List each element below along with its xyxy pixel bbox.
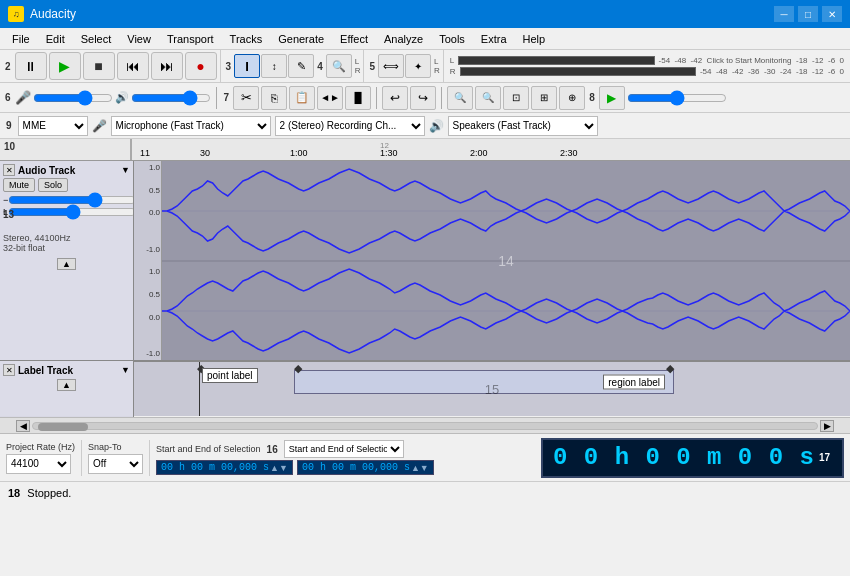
menu-file[interactable]: File xyxy=(4,31,38,47)
snap-to-select[interactable]: Off xyxy=(88,454,143,474)
menu-transport[interactable]: Transport xyxy=(159,31,222,47)
selection-end-spinner[interactable]: ▲▼ xyxy=(411,463,429,473)
label-track-display[interactable]: 15 point label ◆ region label ◆ ◆ xyxy=(134,361,850,416)
zoom-out-button[interactable]: 🔍 xyxy=(475,86,501,110)
skip-end-button[interactable]: ⏭ xyxy=(151,52,183,80)
audio-track-close[interactable]: ✕ xyxy=(3,164,15,176)
output-volume-slider[interactable] xyxy=(131,92,211,104)
audio-track-collapse[interactable]: ▲ xyxy=(57,258,76,270)
badge-7: 7 xyxy=(224,92,230,103)
ruler-100: 1:00 xyxy=(290,148,308,158)
menu-select[interactable]: Select xyxy=(73,31,120,47)
pan-slider[interactable] xyxy=(8,207,134,217)
selection-start-value: 00 h 00 m 00,000 s xyxy=(161,462,269,473)
speaker-select[interactable]: Speakers (Fast Track) xyxy=(448,116,598,136)
digital-clock-display: 0 0 h 0 0 m 0 0 s xyxy=(553,444,815,471)
host-select[interactable]: MME xyxy=(18,116,88,136)
minimize-button[interactable]: ─ xyxy=(774,6,794,22)
menu-edit[interactable]: Edit xyxy=(38,31,73,47)
playback-speed-slider[interactable] xyxy=(627,92,727,104)
tool-multi[interactable]: ✦ xyxy=(405,54,431,78)
selection-start-display[interactable]: 00 h 00 m 00,000 s ▲▼ xyxy=(156,460,293,475)
tool-zoom[interactable]: 🔍 xyxy=(326,54,352,78)
vu-r-label: R xyxy=(450,67,456,76)
menu-view[interactable]: View xyxy=(119,31,159,47)
tool-ibeam[interactable]: I xyxy=(234,54,260,78)
menu-extra[interactable]: Extra xyxy=(473,31,515,47)
redo-button[interactable]: ↪ xyxy=(410,86,436,110)
badge-2: 2 xyxy=(5,61,11,72)
record-button[interactable]: ● xyxy=(185,52,217,80)
skip-start-button[interactable]: ⏮ xyxy=(117,52,149,80)
y-axis-0.0-bot: 0.0 xyxy=(149,313,160,322)
input-volume-slider[interactable] xyxy=(33,92,113,104)
y-axis-0.0-top: 0.0 xyxy=(149,208,160,217)
tool-draw[interactable]: ✎ xyxy=(288,54,314,78)
menu-help[interactable]: Help xyxy=(515,31,554,47)
copy-button[interactable]: ⎘ xyxy=(261,86,287,110)
cursor-indicator xyxy=(130,139,132,160)
fit-track-button[interactable]: ⊞ xyxy=(531,86,557,110)
selection-section: Start and End of Selection 16 Start and … xyxy=(156,440,535,475)
stop-button[interactable]: ■ xyxy=(83,52,115,80)
badge-17: 17 xyxy=(819,452,830,463)
menu-tracks[interactable]: Tracks xyxy=(222,31,271,47)
play-button[interactable]: ▶ xyxy=(49,52,81,80)
label-track-collapse[interactable]: ▲ xyxy=(57,379,76,391)
label-track-close[interactable]: ✕ xyxy=(3,364,15,376)
tool-timeshift[interactable]: ⟺ xyxy=(378,54,404,78)
window-controls: ─ □ ✕ xyxy=(774,6,842,22)
vu-l-label: L xyxy=(450,56,454,65)
svg-rect-1 xyxy=(162,261,850,360)
badge-5: 5 xyxy=(369,61,375,72)
region-start-pin: ◆ xyxy=(294,362,302,386)
trim-button[interactable]: ◄► xyxy=(317,86,343,110)
point-label-text[interactable]: point label xyxy=(202,368,258,383)
menu-generate[interactable]: Generate xyxy=(270,31,332,47)
snap-to-label: Snap-To xyxy=(88,442,143,452)
tool-envelope[interactable]: ↕ xyxy=(261,54,287,78)
fit-project-button[interactable]: ⊡ xyxy=(503,86,529,110)
h-scrollbar[interactable]: ◀ ▶ xyxy=(0,417,850,433)
mute-button[interactable]: Mute xyxy=(3,178,35,192)
menu-analyze[interactable]: Analyze xyxy=(376,31,431,47)
menu-bar: File Edit Select View Transport Tracks G… xyxy=(0,28,850,50)
label-track-dropdown[interactable]: ▼ xyxy=(121,365,130,375)
play-at-speed-button[interactable]: ▶ xyxy=(599,86,625,110)
selection-end-display[interactable]: 00 h 00 m 00,000 s ▲▼ xyxy=(297,460,434,475)
snap-to-section: Snap-To Off xyxy=(88,442,143,474)
project-rate-select[interactable]: 44100 xyxy=(6,454,71,474)
paste-button[interactable]: 📋 xyxy=(289,86,315,110)
badge-16: 16 xyxy=(267,444,278,455)
cut-button[interactable]: ✂ xyxy=(233,86,259,110)
ruler-200: 2:00 xyxy=(470,148,488,158)
zoom-in-button[interactable]: 🔍 xyxy=(447,86,473,110)
pause-button[interactable]: ⏸ xyxy=(15,52,47,80)
selection-format-select[interactable]: Start and End of Selection xyxy=(284,440,404,458)
scroll-left-button[interactable]: ◀ xyxy=(16,420,30,432)
y-axis-0.5-top: 0.5 xyxy=(149,186,160,195)
y-axis-1.0-top: 1.0 xyxy=(149,163,160,172)
undo-button[interactable]: ↩ xyxy=(382,86,408,110)
scroll-right-button[interactable]: ▶ xyxy=(820,420,834,432)
badge-10: 10 xyxy=(4,141,15,152)
region-label-text[interactable]: region label xyxy=(603,375,665,390)
scroll-thumb[interactable] xyxy=(38,423,88,431)
microphone-select[interactable]: Microphone (Fast Track) xyxy=(111,116,271,136)
point-label-marker: point label ◆ xyxy=(194,362,200,416)
zoom-toggle-button[interactable]: ⊕ xyxy=(559,86,585,110)
silence-button[interactable]: ▐▌ xyxy=(345,86,371,110)
audio-track-dropdown[interactable]: ▼ xyxy=(121,165,130,175)
menu-effect[interactable]: Effect xyxy=(332,31,376,47)
close-button[interactable]: ✕ xyxy=(822,6,842,22)
bottom-bar: Project Rate (Hz) 44100 Snap-To Off Star… xyxy=(0,433,850,481)
maximize-button[interactable]: □ xyxy=(798,6,818,22)
y-axis--1.0-top: -1.0 xyxy=(146,245,160,254)
timeline-ruler[interactable]: 10 11 30 1:00 1:30 2:00 2:30 12 xyxy=(0,139,850,161)
channels-select[interactable]: 2 (Stereo) Recording Ch... xyxy=(275,116,425,136)
menu-tools[interactable]: Tools xyxy=(431,31,473,47)
solo-button[interactable]: Solo xyxy=(38,178,68,192)
waveform-display[interactable]: 14 xyxy=(162,161,850,360)
selection-start-spinner[interactable]: ▲▼ xyxy=(270,463,288,473)
region-label-container: region label ◆ ◆ xyxy=(294,370,674,394)
